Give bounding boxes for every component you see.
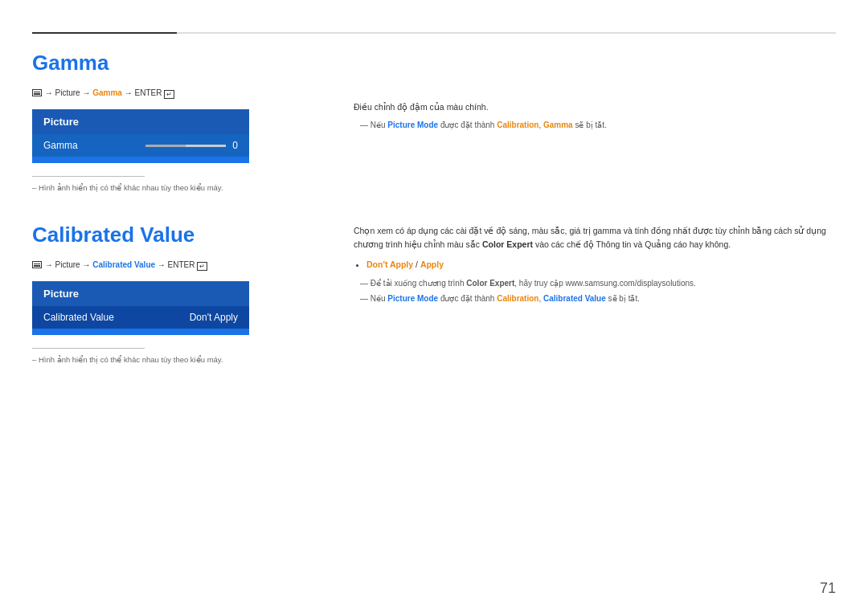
gamma-slider-track [145,145,226,147]
cal-note-3-calibrated: Calibrated Value [543,294,606,303]
cal-note-3-picturemode: Picture Mode [387,294,438,303]
page-number: 71 [820,580,836,597]
gamma-footnote: – Hình ảnh hiển thị có thể khác nhau tùy… [32,183,321,192]
calibrated-divider [32,348,145,349]
calibrated-picture-header: Picture [32,281,249,306]
gamma-picture-header: Picture [32,109,249,134]
gamma-divider [32,176,145,177]
gamma-note: Nếu Picture Mode được đặt thành Calibrat… [360,119,836,131]
menu-icon [32,89,42,96]
gamma-note-gamma: Gamma [543,121,573,129]
cal-bullet-item: Don't Apply / Apply [366,258,836,272]
cal-note-2: Để tải xuống chương trình Color Expert, … [360,277,836,289]
top-border [32,32,836,34]
menu-label: → Picture → [45,88,92,97]
calibrated-menu-path: → Picture → Calibrated Value → ENTER ↵ [32,260,321,270]
calibrated-row-label: Calibrated Value [43,312,114,323]
gamma-note-picturemode: Picture Mode [387,121,438,129]
calibrated-right: Chọn xem có áp dụng các cài đặt về độ sá… [321,216,836,364]
cal-apply: Apply [420,260,444,269]
calibrated-ui-box: Picture Calibrated Value Don't Apply [32,281,249,335]
menu-enter: → ENTER [122,88,164,97]
cal-note-2a: Để tải xuống chương trình [371,279,467,288]
gamma-row: Gamma 0 [32,134,249,157]
calibrated-row-value: Don't Apply [190,312,238,323]
calibrated-section: Calibrated Value → Picture → Calibrated … [32,216,836,364]
cal-enter-icon: ↵ [197,262,207,271]
cal-desc-bold: Color Expert [482,239,533,249]
cal-note-3b: được đặt thành [438,294,497,303]
gamma-right: Điều chỉnh độ đậm của màu chính. Nếu Pic… [321,44,836,192]
cal-menu-label: → Picture → [45,260,92,269]
gamma-blue-bar [32,157,249,163]
gamma-note-calibration: Calibration [497,121,538,129]
cal-note-2-colorexpert: Color Expert [466,279,514,288]
cal-desc-2: vào các chế độ Thông tin và Quảng cáo ha… [533,239,731,249]
gamma-desc: Điều chỉnh độ đậm của màu chính. [354,100,836,114]
cal-menu-calibrated: Calibrated Value [92,260,155,269]
cal-desc: Chọn xem có áp dụng các cài đặt về độ sá… [354,224,836,251]
gamma-row-label: Gamma [43,140,78,151]
calibrated-footnote: – Hình ảnh hiển thị có thể khác nhau tùy… [32,355,321,364]
gamma-title: Gamma [32,51,321,76]
cal-note-3d: sẽ bị tắt. [606,294,640,303]
gamma-note-prefix: Nếu [371,121,388,129]
cal-note-2b: , hãy truy cập www.samsung.com/displayso… [514,279,696,288]
gamma-note-end: sẽ bị tắt. [573,121,607,129]
calibrated-blue-bar [32,329,249,335]
gamma-value: 0 [232,140,238,151]
calibrated-row: Calibrated Value Don't Apply [32,306,249,329]
gamma-left: Gamma → Picture → Gamma → ENTER ↵ Pictur… [32,44,321,192]
gamma-note-mid: được đặt thành [438,121,497,129]
calibrated-title: Calibrated Value [32,223,321,247]
gamma-menu-path: → Picture → Gamma → ENTER ↵ [32,88,321,98]
calibrated-left: Calibrated Value → Picture → Calibrated … [32,216,321,364]
cal-note-3a: Nếu [371,294,388,303]
cal-menu-icon [32,261,42,268]
cal-note-3: Nếu Picture Mode được đặt thành Calibrat… [360,292,836,304]
cal-dont-apply: Don't Apply [366,260,413,269]
full-layout: Gamma → Picture → Gamma → ENTER ↵ Pictur… [32,44,836,573]
cal-slash: / [413,260,420,269]
gamma-section: Gamma → Picture → Gamma → ENTER ↵ Pictur… [32,44,836,192]
cal-note-3-calibration: Calibration [497,294,538,303]
cal-bullet-list: Don't Apply / Apply [366,258,836,272]
gamma-slider-container: 0 [145,140,238,151]
gamma-menu-gamma: Gamma [92,88,122,97]
cal-menu-enter: → ENTER [155,260,197,269]
gamma-slider-fill [145,145,186,147]
enter-icon: ↵ [164,90,174,99]
gamma-ui-box: Picture Gamma 0 [32,109,249,163]
